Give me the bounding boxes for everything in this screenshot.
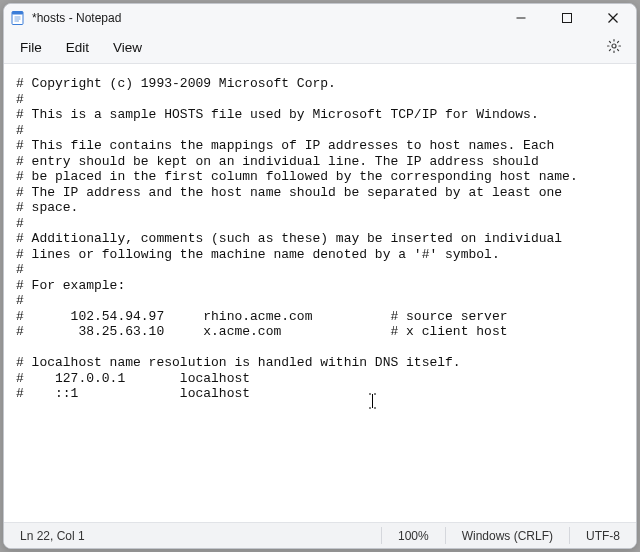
settings-button[interactable] bbox=[602, 34, 632, 62]
status-zoom[interactable]: 100% bbox=[382, 523, 445, 548]
notepad-app-icon bbox=[10, 10, 26, 26]
svg-rect-1 bbox=[12, 12, 23, 15]
window-title: *hosts - Notepad bbox=[32, 11, 121, 25]
menu-edit[interactable]: Edit bbox=[54, 36, 101, 59]
menu-file[interactable]: File bbox=[8, 36, 54, 59]
editor-text[interactable]: # Copyright (c) 1993-2009 Microsoft Corp… bbox=[16, 76, 636, 402]
close-button[interactable] bbox=[590, 4, 636, 32]
svg-point-9 bbox=[612, 44, 616, 48]
svg-rect-6 bbox=[563, 14, 572, 23]
minimize-button[interactable] bbox=[498, 4, 544, 32]
menu-view[interactable]: View bbox=[101, 36, 154, 59]
editor-area[interactable]: # Copyright (c) 1993-2009 Microsoft Corp… bbox=[4, 64, 636, 522]
titlebar[interactable]: *hosts - Notepad bbox=[4, 4, 636, 32]
maximize-button[interactable] bbox=[544, 4, 590, 32]
status-lineending[interactable]: Windows (CRLF) bbox=[446, 523, 569, 548]
notepad-window: *hosts - Notepad File Edit View bbox=[3, 3, 637, 549]
gear-icon bbox=[606, 38, 622, 58]
statusbar: Ln 22, Col 1 100% Windows (CRLF) UTF-8 bbox=[4, 522, 636, 548]
status-encoding[interactable]: UTF-8 bbox=[570, 523, 636, 548]
window-controls bbox=[498, 4, 636, 32]
status-position: Ln 22, Col 1 bbox=[4, 529, 85, 543]
text-cursor-icon bbox=[368, 393, 377, 413]
menubar: File Edit View bbox=[4, 32, 636, 64]
